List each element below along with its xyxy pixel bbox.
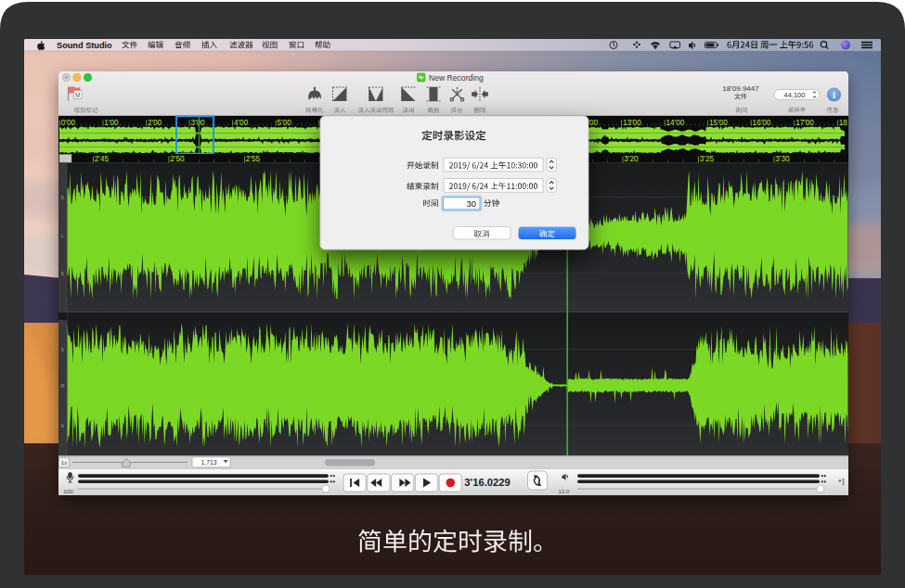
svg-text:15'00: 15'00 <box>709 119 728 127</box>
svg-text:3'00: 3'00 <box>190 119 205 127</box>
svg-text:6: 6 <box>61 423 64 428</box>
svg-text:3'20: 3'20 <box>624 155 639 163</box>
svg-text:M: M <box>75 92 80 98</box>
svg-text:16'00: 16'00 <box>753 119 771 127</box>
svg-text:5'00: 5'00 <box>278 119 292 127</box>
svg-text:0'00: 0'00 <box>61 119 76 127</box>
svg-text:13'00: 13'00 <box>623 119 641 127</box>
svg-text:1,713: 1,713 <box>200 459 216 466</box>
svg-text:44,100: 44,100 <box>784 91 806 99</box>
svg-text:R: R <box>60 383 64 389</box>
svg-text:1'00: 1'00 <box>104 119 119 127</box>
svg-text:2'45: 2'45 <box>95 155 110 163</box>
svg-text:3'16.0229: 3'16.0229 <box>464 477 510 488</box>
svg-text:6: 6 <box>61 195 64 200</box>
svg-text:2'00: 2'00 <box>148 119 162 127</box>
svg-text:4'00: 4'00 <box>234 119 249 127</box>
svg-text:30: 30 <box>467 198 476 209</box>
svg-text:18'09.9447: 18'09.9447 <box>722 84 759 93</box>
svg-text:New Recording: New Recording <box>429 73 484 83</box>
svg-text:14'00: 14'00 <box>666 119 685 127</box>
svg-text:+]: +] <box>838 477 845 485</box>
svg-text:2'55: 2'55 <box>246 155 261 163</box>
svg-text:18: 18 <box>839 119 848 127</box>
svg-text:6: 6 <box>61 347 64 352</box>
svg-text:3'25: 3'25 <box>700 155 715 163</box>
svg-text:1x: 1x <box>61 460 67 466</box>
svg-text:100: 100 <box>63 488 73 494</box>
svg-text:2'50: 2'50 <box>170 155 185 163</box>
svg-text:3'30: 3'30 <box>775 155 790 163</box>
svg-text:12.0: 12.0 <box>558 488 570 494</box>
svg-text:Sound Studio: Sound Studio <box>57 41 112 50</box>
svg-text:i: i <box>833 90 835 100</box>
svg-text:17'00: 17'00 <box>795 119 814 127</box>
svg-text:6: 6 <box>61 271 64 276</box>
